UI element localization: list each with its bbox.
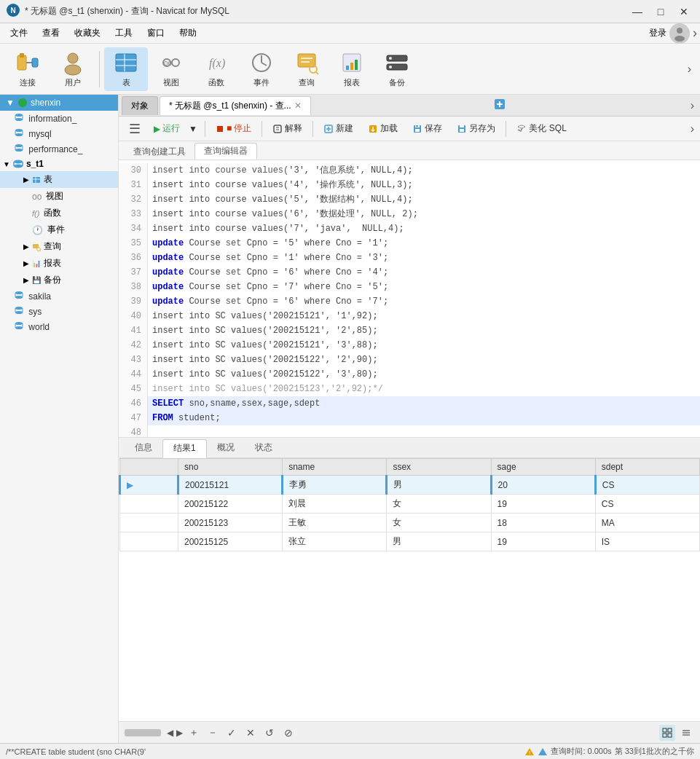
cell-ssex-4[interactable]: 男: [387, 532, 491, 551]
cell-sdept-3[interactable]: MA: [595, 514, 699, 532]
query-button[interactable]: 查询: [285, 47, 329, 91]
login-label[interactable]: 登录: [649, 27, 666, 39]
sidebar-item-sakila[interactable]: sakila: [0, 288, 118, 304]
function-button[interactable]: f(x) 函数: [194, 47, 238, 91]
query-subtab-create[interactable]: 查询创建工具: [125, 144, 194, 160]
explain-button[interactable]: 解释: [267, 120, 308, 137]
scroll-right-arrow[interactable]: ▶: [176, 728, 183, 738]
tab-object[interactable]: 对象: [122, 96, 158, 115]
beautify-button[interactable]: 美化 SQL: [511, 120, 572, 137]
new-button[interactable]: 新建: [318, 120, 359, 137]
sidebar-item-information[interactable]: information_: [0, 111, 118, 126]
menu-favorites[interactable]: 收藏夹: [67, 25, 108, 41]
save-as-button[interactable]: 另存为: [451, 120, 501, 137]
table-row[interactable]: ▶ 200215121 李勇 男 20 CS: [120, 476, 700, 495]
tab-close-icon[interactable]: ✕: [294, 101, 302, 111]
cross-button[interactable]: ✕: [243, 725, 259, 741]
connect-button[interactable]: 连接: [6, 47, 50, 91]
table-row[interactable]: 200215122 刘晨 女 19 CS: [120, 495, 700, 514]
menu-view[interactable]: 查看: [35, 25, 67, 41]
sidebar-header[interactable]: ▼ shenxin: [0, 95, 118, 111]
avatar[interactable]: [669, 23, 690, 44]
cell-sno-2[interactable]: 200215122: [178, 495, 283, 514]
tab-query[interactable]: * 无标题 @s_t1 (shenxin) - 查... ✕: [160, 96, 311, 115]
cell-ssex-1[interactable]: 男: [387, 476, 491, 495]
results-tab-info[interactable]: 信息: [125, 439, 162, 457]
menu-file[interactable]: 文件: [3, 25, 35, 41]
sidebar-subitem-event[interactable]: ▶ 🕐 事件: [0, 221, 118, 238]
th-sname[interactable]: sname: [283, 459, 387, 476]
cell-sname-4[interactable]: 张立: [283, 532, 387, 551]
scroll-left-arrow[interactable]: ◀: [167, 728, 173, 738]
th-sage[interactable]: sage: [491, 459, 595, 476]
menu-tools[interactable]: 工具: [108, 25, 140, 41]
cell-sno-4[interactable]: 200215125: [178, 532, 283, 551]
backup-button[interactable]: 备份: [375, 47, 419, 91]
sidebar-subitem-query[interactable]: ▶ 查询: [0, 238, 118, 255]
sidebar-subitem-func[interactable]: ▶ f() 函数: [0, 205, 118, 221]
sidebar-subitem-table[interactable]: ▶ 表: [0, 171, 118, 188]
grid-view-button[interactable]: [659, 725, 675, 741]
cell-sname-2[interactable]: 刘晨: [283, 495, 387, 514]
more-arrow-icon[interactable]: ›: [693, 25, 697, 41]
sidebar-item-world[interactable]: world: [0, 319, 118, 334]
cell-sno-1[interactable]: 200215121: [178, 476, 283, 495]
results-tab-result1[interactable]: 结果1: [162, 439, 207, 458]
sidebar-subitem-backup[interactable]: ▶ 💾 备份: [0, 272, 118, 288]
sidebar-subitem-view[interactable]: ▶ oo 视图: [0, 188, 118, 205]
cell-ssex-2[interactable]: 女: [387, 495, 491, 514]
results-tab-status[interactable]: 状态: [245, 439, 283, 457]
report-button[interactable]: 报表: [330, 47, 374, 91]
cell-sname-3[interactable]: 王敏: [283, 514, 387, 532]
sql-editor[interactable]: 30 insert into course values('3', '信息系统'…: [119, 160, 700, 437]
query-toolbar-more[interactable]: ›: [691, 122, 694, 135]
data-table-wrap[interactable]: sno sname ssex sage sdept ▶ 200215121 李勇: [119, 458, 700, 721]
cell-sage-3[interactable]: 18: [491, 514, 595, 532]
close-button[interactable]: ✕: [674, 4, 694, 19]
view-button[interactable]: oo 视图: [149, 47, 193, 91]
cell-sdept-2[interactable]: CS: [595, 495, 699, 514]
sidebar-item-performance[interactable]: performance_: [0, 141, 118, 157]
tab-add-button[interactable]: [489, 96, 511, 115]
cell-sname-1[interactable]: 李勇: [283, 476, 387, 495]
cell-sage-4[interactable]: 19: [491, 532, 595, 551]
cell-sdept-4[interactable]: IS: [595, 532, 699, 551]
sidebar-item-mysql[interactable]: mysql: [0, 126, 118, 141]
event-button[interactable]: 事件: [240, 47, 283, 91]
stop-button[interactable]: ■ 停止: [210, 120, 258, 137]
cell-sdept-1[interactable]: CS: [595, 476, 699, 495]
cell-sage-2[interactable]: 19: [491, 495, 595, 514]
toolbar-more-icon[interactable]: ›: [685, 60, 694, 79]
tab-bar-more[interactable]: ›: [688, 99, 697, 112]
menu-help[interactable]: 帮助: [172, 25, 204, 41]
results-tab-overview[interactable]: 概况: [207, 439, 245, 457]
run-button[interactable]: ▶ 运行: [148, 120, 186, 137]
hamburger-button[interactable]: ☰: [125, 119, 145, 138]
add-row-button[interactable]: ＋: [186, 725, 202, 741]
th-sdept[interactable]: sdept: [595, 459, 699, 476]
sidebar-item-sys[interactable]: sys: [0, 304, 118, 319]
refresh-button[interactable]: ↺: [261, 725, 278, 741]
cell-sno-3[interactable]: 200215123: [178, 514, 283, 532]
run-dropdown-button[interactable]: ▼: [186, 122, 200, 136]
query-subtab-editor[interactable]: 查询编辑器: [194, 143, 257, 160]
sidebar-subitem-report[interactable]: ▶ 📊 报表: [0, 255, 118, 272]
tick-button[interactable]: ✓: [224, 725, 240, 741]
table-row[interactable]: 200215125 张立 男 19 IS: [120, 532, 700, 551]
user-button[interactable]: 用户: [51, 47, 95, 91]
load-button[interactable]: 加载: [362, 120, 404, 137]
menu-window[interactable]: 窗口: [140, 25, 172, 41]
table-row[interactable]: 200215123 王敏 女 18 MA: [120, 514, 700, 532]
sidebar-item-s_t1[interactable]: ▼ s_t1: [0, 157, 118, 171]
maximize-button[interactable]: □: [650, 4, 671, 19]
cell-ssex-3[interactable]: 女: [387, 514, 491, 532]
cell-sage-1[interactable]: 20: [491, 476, 595, 495]
delete-row-button[interactable]: －: [205, 725, 221, 741]
list-view-button[interactable]: [678, 725, 694, 741]
no-button[interactable]: ⊘: [280, 725, 296, 741]
save-button[interactable]: 保存: [406, 120, 448, 137]
minimize-button[interactable]: —: [627, 4, 648, 19]
horizontal-scroll[interactable]: [125, 729, 161, 736]
th-sno[interactable]: sno: [178, 459, 283, 476]
th-ssex[interactable]: ssex: [387, 459, 491, 476]
